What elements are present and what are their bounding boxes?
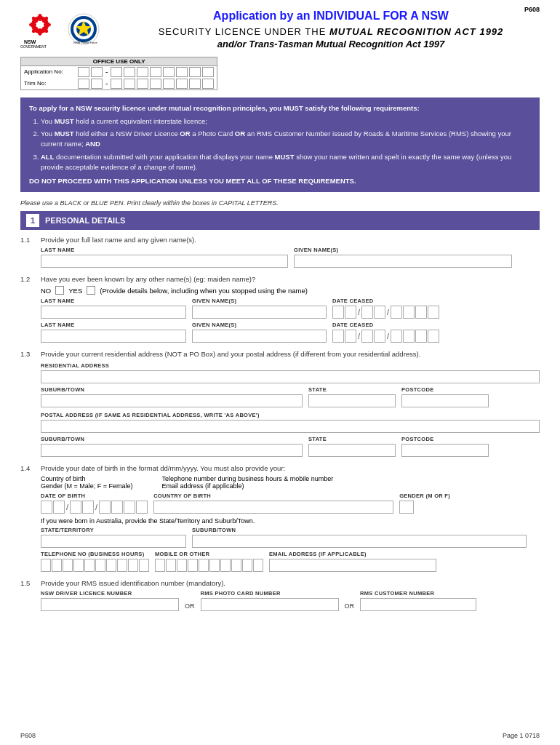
date-box[interactable] xyxy=(332,306,344,319)
phone-box[interactable] xyxy=(231,559,241,572)
office-box[interactable] xyxy=(78,67,89,77)
suburb-town-input[interactable] xyxy=(41,394,303,407)
phone-box[interactable] xyxy=(209,559,220,572)
office-box[interactable] xyxy=(176,67,188,77)
header-title: Application by an INDIVIDUAL FOR A NSW S… xyxy=(122,9,540,51)
phone-box[interactable] xyxy=(220,559,231,572)
alias-last-name-1: LAST NAME xyxy=(41,298,186,319)
info-item-2: You MUST hold either a NSW Driver Licenc… xyxy=(41,129,531,150)
given-name-input[interactable] xyxy=(294,255,512,268)
date-box[interactable] xyxy=(403,330,415,343)
last-name-input[interactable] xyxy=(41,255,288,268)
phone-box[interactable] xyxy=(139,559,149,572)
photo-card-group: RMS PHOTO CARD NUMBER xyxy=(201,590,339,611)
date-box[interactable] xyxy=(82,501,94,514)
office-box[interactable] xyxy=(78,79,89,89)
phone-box[interactable] xyxy=(41,559,51,572)
date-box[interactable] xyxy=(136,501,148,514)
postal-address-input[interactable] xyxy=(41,420,540,433)
office-box[interactable] xyxy=(91,67,103,77)
date-box[interactable] xyxy=(124,501,135,514)
office-box[interactable] xyxy=(202,67,214,77)
date-box[interactable] xyxy=(53,501,65,514)
phone-box[interactable] xyxy=(52,559,62,572)
no-checkbox[interactable] xyxy=(55,286,64,295)
alias-given-name-input-2[interactable] xyxy=(192,330,327,343)
yes-checkbox[interactable] xyxy=(87,286,95,295)
postal-postcode-input[interactable] xyxy=(401,444,489,457)
office-box[interactable] xyxy=(137,79,148,89)
date-box[interactable] xyxy=(361,330,373,343)
country-birth-input[interactable] xyxy=(153,501,393,514)
aus-note: If you were born in Australia, provide t… xyxy=(41,517,540,525)
row-1-3-label: 1.3 Provide your current residential add… xyxy=(20,350,540,358)
phone-box[interactable] xyxy=(199,559,209,572)
date-box[interactable] xyxy=(428,330,439,343)
postcode-input[interactable] xyxy=(401,394,489,407)
date-box[interactable] xyxy=(70,501,81,514)
gender-box[interactable] xyxy=(399,501,414,514)
phone-box[interactable] xyxy=(155,559,165,572)
alias-last-name-input-2[interactable] xyxy=(41,330,186,343)
office-box[interactable] xyxy=(202,79,214,89)
phone-box[interactable] xyxy=(188,559,198,572)
office-box[interactable] xyxy=(124,67,135,77)
phone-box[interactable] xyxy=(166,559,176,572)
date-box[interactable] xyxy=(391,306,402,319)
driver-licence-input[interactable] xyxy=(41,598,179,611)
phone-box[interactable] xyxy=(84,559,95,572)
date-box[interactable] xyxy=(415,330,427,343)
phone-box[interactable] xyxy=(253,559,263,572)
phone-box[interactable] xyxy=(242,559,252,572)
office-box[interactable] xyxy=(150,67,161,77)
date-box[interactable] xyxy=(374,306,385,319)
date-box[interactable] xyxy=(99,501,111,514)
date-box[interactable] xyxy=(332,330,344,343)
date-box[interactable] xyxy=(391,330,402,343)
postal-state-input[interactable] xyxy=(308,444,396,457)
date-box[interactable] xyxy=(345,330,356,343)
date-box[interactable] xyxy=(428,306,439,319)
phone-box[interactable] xyxy=(128,559,138,572)
date-box[interactable] xyxy=(41,501,52,514)
office-box[interactable] xyxy=(150,79,161,89)
office-box[interactable] xyxy=(91,79,103,89)
office-box[interactable] xyxy=(124,79,135,89)
residential-address-input[interactable] xyxy=(41,370,540,383)
alias-given-name-input-1[interactable] xyxy=(192,306,327,319)
rms-customer-input[interactable] xyxy=(360,598,476,611)
date-box[interactable] xyxy=(111,501,123,514)
note3: Telephone number during business hours &… xyxy=(162,475,334,482)
postal-suburb-input[interactable] xyxy=(41,444,303,457)
office-box[interactable] xyxy=(111,79,122,89)
row-1-1-fields: LAST NAME GIVEN NAME(S) xyxy=(41,247,540,268)
phone-box[interactable] xyxy=(73,559,84,572)
office-box[interactable] xyxy=(163,79,175,89)
state-input[interactable] xyxy=(308,394,396,407)
office-box[interactable] xyxy=(189,67,201,77)
date-box[interactable] xyxy=(403,306,415,319)
office-box[interactable] xyxy=(176,79,188,89)
alias-last-name-input-1[interactable] xyxy=(41,306,186,319)
date-box[interactable] xyxy=(374,330,385,343)
office-box[interactable] xyxy=(163,67,175,77)
email-input[interactable] xyxy=(269,559,436,572)
date-box[interactable] xyxy=(415,306,427,319)
phone-box[interactable] xyxy=(117,559,127,572)
alias-given-name-label-1: GIVEN NAME(S) xyxy=(192,298,327,304)
row-1-2-desc: Have you ever been known by any other na… xyxy=(41,275,255,283)
phone-box[interactable] xyxy=(177,559,187,572)
office-box[interactable] xyxy=(111,67,122,77)
given-name-label: GIVEN NAME(S) xyxy=(294,247,512,253)
office-box[interactable] xyxy=(189,79,201,89)
date-box[interactable] xyxy=(345,306,356,319)
phone-box[interactable] xyxy=(95,559,105,572)
row-1-1-desc: Provide your full last name and any give… xyxy=(41,236,196,244)
phone-box[interactable] xyxy=(63,559,73,572)
state-territory-input[interactable] xyxy=(41,535,186,548)
photo-card-input[interactable] xyxy=(201,598,339,611)
date-box[interactable] xyxy=(361,306,373,319)
office-box[interactable] xyxy=(137,67,148,77)
phone-box[interactable] xyxy=(106,559,116,572)
suburb-born-input[interactable] xyxy=(192,535,527,548)
